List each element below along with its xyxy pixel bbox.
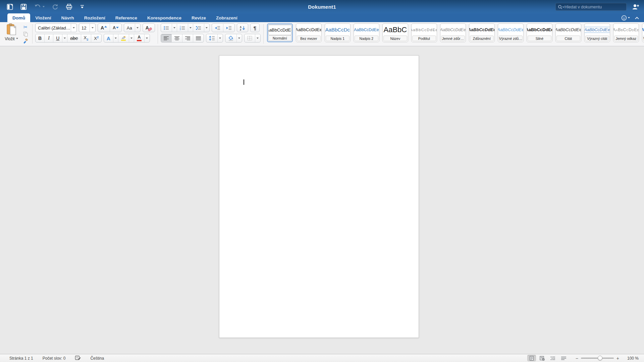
numbering-button[interactable]: 1 2 3 — [177, 24, 188, 32]
line-spacing-dropdown[interactable] — [218, 34, 223, 42]
align-right-icon — [185, 36, 190, 41]
tab-reference[interactable]: Reference — [110, 13, 142, 22]
sort-button[interactable]: A Z — [237, 24, 248, 32]
font-color-dropdown[interactable] — [145, 34, 150, 42]
style-chip-nadpis-1[interactable]: AaBbCcDcNadpis 1 — [325, 23, 351, 42]
text-cursor — [244, 79, 244, 85]
view-draft-button[interactable] — [559, 355, 568, 361]
align-left-button[interactable] — [161, 34, 172, 42]
subscript-button[interactable]: X2 — [81, 34, 92, 42]
font-color-button[interactable]: A — [134, 34, 145, 42]
highlight-button[interactable] — [118, 34, 129, 42]
line-spacing-button[interactable] — [206, 34, 218, 42]
style-chip-jemny-odkaz[interactable]: AaBbCcDdEeJemný odkaz — [613, 23, 639, 42]
multilevel-list-dropdown[interactable] — [204, 24, 209, 32]
save-button[interactable] — [20, 4, 27, 10]
paste-dropdown-icon[interactable] — [16, 38, 18, 39]
change-case-button[interactable]: Aa — [124, 24, 135, 32]
superscript-button[interactable]: X2 — [91, 34, 101, 42]
redo-button[interactable] — [52, 4, 58, 10]
highlight-dropdown[interactable] — [129, 34, 134, 42]
text-effects-button[interactable]: A — [104, 34, 113, 42]
clear-formatting-button[interactable]: A — [143, 24, 155, 32]
word-count-status[interactable]: Počet slov: 0 — [43, 356, 66, 361]
shrink-font-button[interactable]: A — [110, 24, 121, 32]
customize-toolbar-button[interactable] — [80, 5, 85, 9]
underline-dropdown[interactable] — [62, 34, 67, 42]
highlighter-icon — [121, 36, 126, 41]
tab-domu[interactable]: Domů — [7, 13, 30, 22]
change-case-dropdown[interactable] — [135, 24, 140, 32]
decrease-indent-button[interactable] — [212, 24, 223, 32]
style-chip-jemne-zdurazneni[interactable]: AaBbCcDdEeJemné zdůr… — [440, 23, 466, 42]
view-web-layout-button[interactable] — [538, 355, 547, 361]
tab-rozlozeni[interactable]: Rozložení — [79, 13, 110, 22]
proofing-status-button[interactable] — [75, 355, 81, 361]
view-outline-button[interactable] — [549, 355, 557, 361]
zoom-slider[interactable] — [581, 358, 614, 359]
collapse-ribbon-icon[interactable] — [635, 16, 639, 19]
style-chip-nazev[interactable]: AaBbCNázev — [382, 23, 408, 42]
style-chip-normalni[interactable]: AaBbCcDdEeNormální — [267, 23, 293, 42]
show-formatting-marks-button[interactable]: ¶ — [251, 24, 259, 32]
tab-vlozeni[interactable]: Vložení — [30, 13, 56, 22]
shrink-font-arrow-icon — [116, 27, 119, 28]
language-status[interactable]: Čeština — [90, 356, 104, 361]
borders-button[interactable] — [245, 34, 255, 42]
strikethrough-button[interactable]: abe — [67, 34, 81, 42]
cut-button[interactable]: ✂ — [22, 24, 29, 30]
numbering-dropdown[interactable] — [188, 24, 193, 32]
text-effects-dropdown[interactable] — [113, 34, 118, 42]
document-page[interactable] — [219, 55, 419, 338]
tab-korespondence[interactable]: Korespondence — [142, 13, 186, 22]
justify-button[interactable] — [193, 34, 204, 42]
zoom-level-label[interactable]: 100 % — [625, 356, 639, 361]
view-print-layout-button[interactable] — [527, 355, 536, 361]
grow-font-button[interactable]: A — [98, 24, 110, 32]
undo-button[interactable] — [34, 4, 45, 10]
underline-button[interactable]: U — [53, 34, 62, 42]
style-chip-vyrazny-citat[interactable]: AaBbCcDdEeVýrazný citát — [584, 23, 610, 42]
shading-button[interactable] — [225, 34, 237, 42]
zoom-slider-thumb[interactable] — [598, 356, 602, 360]
search-input[interactable] — [565, 5, 624, 9]
svg-text:A: A — [240, 25, 241, 28]
print-button[interactable] — [66, 4, 72, 10]
style-chip-podtitul[interactable]: AaBbCcDdEePodtitul — [411, 23, 437, 42]
style-chip-vyrazny-odkaz[interactable]: AaBbCcDdEeVýrazný odkaz — [642, 23, 644, 42]
zoom-out-button[interactable]: − — [576, 356, 578, 361]
format-painter-button[interactable] — [22, 38, 29, 44]
tab-navrh[interactable]: Návrh — [56, 13, 79, 22]
style-chip-vyrazne-zdurazneni[interactable]: AaBbCcDdEeVýrazné zdů… — [498, 23, 524, 42]
align-center-button[interactable] — [172, 34, 182, 42]
borders-dropdown[interactable] — [255, 34, 260, 42]
paste-button[interactable]: Vložit — [4, 23, 19, 41]
bullets-button[interactable] — [161, 24, 172, 32]
page-count-status[interactable]: Stránka 1 z 1 — [9, 356, 33, 361]
style-chip-nadpis-2[interactable]: AaBbCcDdEeNadpis 2 — [354, 23, 379, 42]
search-box[interactable] — [555, 3, 627, 11]
style-chip-bez-mezer[interactable]: AaBbCcDdEeBez mezer — [296, 23, 322, 42]
share-button[interactable] — [632, 3, 639, 11]
group-separator — [263, 24, 264, 44]
feedback-smiley-button[interactable] — [621, 15, 630, 21]
zoom-in-button[interactable]: + — [616, 356, 619, 361]
bold-button[interactable]: B — [36, 34, 45, 42]
style-chip-zdurazneni[interactable]: AaBbCcDdEeZdůraznění — [469, 23, 495, 42]
ribbon-tab-bar: DomůVloženíNávrhRozloženíReferenceKoresp… — [0, 13, 644, 22]
multilevel-list-button[interactable] — [193, 24, 204, 32]
bullets-dropdown[interactable] — [172, 24, 177, 32]
shading-dropdown[interactable] — [237, 34, 242, 42]
style-chip-citat[interactable]: AaBbCcDdEeCitát — [555, 23, 581, 42]
style-chip-silne[interactable]: AaBbCcDdEeSilné — [527, 23, 552, 42]
font-name-dropdown-icon — [73, 27, 75, 28]
tab-revize[interactable]: Revize — [186, 13, 211, 22]
tab-zobrazeni[interactable]: Zobrazení — [211, 13, 243, 22]
font-size-select[interactable]: 12 — [79, 23, 96, 32]
italic-button[interactable]: I — [45, 34, 53, 42]
copy-button[interactable] — [22, 31, 29, 37]
sidebar-toggle-button[interactable] — [7, 4, 13, 10]
increase-indent-button[interactable] — [223, 24, 234, 32]
font-name-select[interactable]: Calibri (Základ… — [35, 23, 77, 32]
align-right-button[interactable] — [182, 34, 193, 42]
